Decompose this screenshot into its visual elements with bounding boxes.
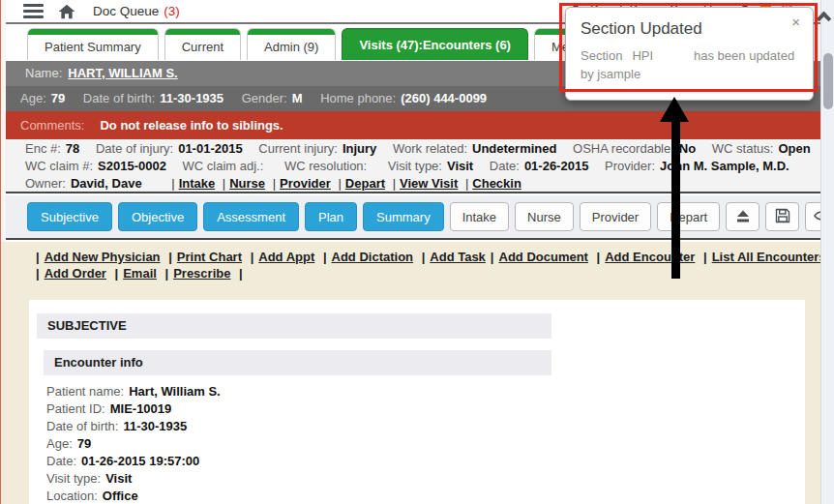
note-toolbar: Subjective Objective Assessment Plan Sum… <box>6 195 820 240</box>
link-depart[interactable]: Depart <box>345 176 385 191</box>
link-intake[interactable]: Intake <box>179 176 216 191</box>
vertical-scrollbar[interactable] <box>820 0 834 504</box>
field-dob: Date of birth:11-30-1935 <box>46 418 221 435</box>
link-print-chart[interactable]: Print Chart <box>177 250 242 264</box>
popup-body: SectionHPIhas been updated by jsample <box>581 46 803 83</box>
phone-value: (260) 444-0099 <box>401 91 487 105</box>
section-updated-popup: Section Updated × SectionHPIhas been upd… <box>565 7 814 101</box>
home-icon[interactable] <box>58 4 75 19</box>
intake-button[interactable]: Intake <box>450 202 509 231</box>
eject-icon <box>735 209 751 225</box>
gender-value: M <box>292 91 303 105</box>
field-location: Location:Office <box>46 488 221 504</box>
dob-value: 11-30-1935 <box>160 91 223 105</box>
gender-label: Gender: <box>242 91 287 105</box>
field-patient-name: Patient name:Hart, William S. <box>46 383 221 400</box>
link-add-appt[interactable]: Add Appt <box>258 250 314 264</box>
link-add-order[interactable]: Add Order <box>45 266 106 281</box>
link-list-all-encounters[interactable]: List All Encounters <box>712 250 826 264</box>
action-links-right: |Add Document |Add Encounter |List All E… <box>486 249 834 265</box>
comments-bar: Comments:Do not release info to siblings… <box>6 111 820 139</box>
link-add-new-physician[interactable]: Add New Physician <box>45 250 161 264</box>
encounter-summary: Enc #:78 Date of injury:01-01-2015 Curre… <box>6 139 820 193</box>
tab-visits-encounters[interactable]: Visits (47):Encounters (6) <box>342 28 528 60</box>
annotation-arrow <box>671 118 680 279</box>
save-icon <box>775 208 790 226</box>
link-nurse[interactable]: Nurse <box>229 176 265 191</box>
hamburger-menu-icon[interactable] <box>23 4 44 18</box>
objective-button[interactable]: Objective <box>118 202 197 231</box>
field-date: Date:01-26-2015 19:57:00 <box>46 453 221 470</box>
tab-current[interactable]: Current <box>164 28 241 60</box>
phone-label: Home phone: <box>320 91 396 105</box>
link-checkin[interactable]: Checkin <box>472 176 521 191</box>
action-links-left: |Add New Physician |Print Chart |Add App… <box>31 249 486 265</box>
action-links-row-2: |Add Order |Email |Prescribe | <box>31 265 248 282</box>
name-label: Name: <box>25 66 62 80</box>
link-add-dictation[interactable]: Add Dictation <box>332 250 414 264</box>
popup-title: Section Updated <box>581 19 702 39</box>
link-provider[interactable]: Provider <box>280 176 331 191</box>
plan-button[interactable]: Plan <box>305 202 357 231</box>
subjective-section-header: SUBJECTIVE <box>37 313 551 339</box>
encounter-stage-links: |Intake |Nurse |Provider |Depart |View V… <box>167 175 521 193</box>
link-add-encounter[interactable]: Add Encounter <box>605 250 695 264</box>
tab-admin[interactable]: Admin (9) <box>247 28 336 60</box>
depart-button[interactable]: Depart <box>657 202 720 231</box>
patient-name-link[interactable]: HART, WILLIAM S. <box>68 66 177 80</box>
link-prescribe[interactable]: Prescribe <box>173 266 230 281</box>
encounter-info-header: Encounter info <box>44 350 551 375</box>
age-value: 79 <box>51 91 65 105</box>
link-add-task[interactable]: Add Task <box>430 250 486 264</box>
encounter-info-fields: Patient name:Hart, William S. Patient ID… <box>46 383 221 504</box>
encounter-row-3: Owner:David, Dave |Intake |Nurse |Provid… <box>25 175 820 193</box>
action-links-row-1: |Add New Physician |Print Chart |Add App… <box>31 249 811 265</box>
window-left-edge <box>0 0 1 504</box>
field-age: Age:79 <box>46 435 221 453</box>
dob-label: Date of birth: <box>83 91 155 105</box>
doc-queue-count: (3) <box>164 4 180 18</box>
note-content-panel: SUBJECTIVE Encounter info Patient name:H… <box>29 300 805 504</box>
close-icon[interactable]: × <box>791 14 800 30</box>
page-title: Doc Queue <box>93 4 159 18</box>
field-visit-type: Visit type:Visit <box>46 470 221 488</box>
tab-patient-summary[interactable]: Patient Summary <box>27 28 159 60</box>
owner-label: Owner: <box>25 176 66 191</box>
assessment-button[interactable]: Assessment <box>203 202 299 231</box>
age-label: Age: <box>20 91 46 105</box>
encounter-row-2: WC claim #:S2015-0002 WC claim adj.: WC … <box>25 158 820 175</box>
field-patient-id: Patient ID:MIE-10019 <box>46 400 221 418</box>
eject-button[interactable] <box>726 202 760 231</box>
link-view-visit[interactable]: View Visit <box>400 176 458 191</box>
subjective-button[interactable]: Subjective <box>27 202 112 231</box>
comments-value: Do not release info to siblings. <box>100 118 283 133</box>
nurse-button[interactable]: Nurse <box>515 202 574 231</box>
link-email[interactable]: Email <box>123 266 157 281</box>
owner-value: David, Dave <box>71 176 142 191</box>
link-add-document[interactable]: Add Document <box>499 250 588 264</box>
encounter-row-1: Enc #:78 Date of injury:01-01-2015 Curre… <box>25 140 820 158</box>
save-button[interactable] <box>765 202 799 231</box>
scrollbar-thumb[interactable] <box>823 53 833 109</box>
comments-label: Comments: <box>20 118 84 133</box>
summary-button[interactable]: Summary <box>363 202 444 231</box>
provider-button[interactable]: Provider <box>580 202 651 231</box>
